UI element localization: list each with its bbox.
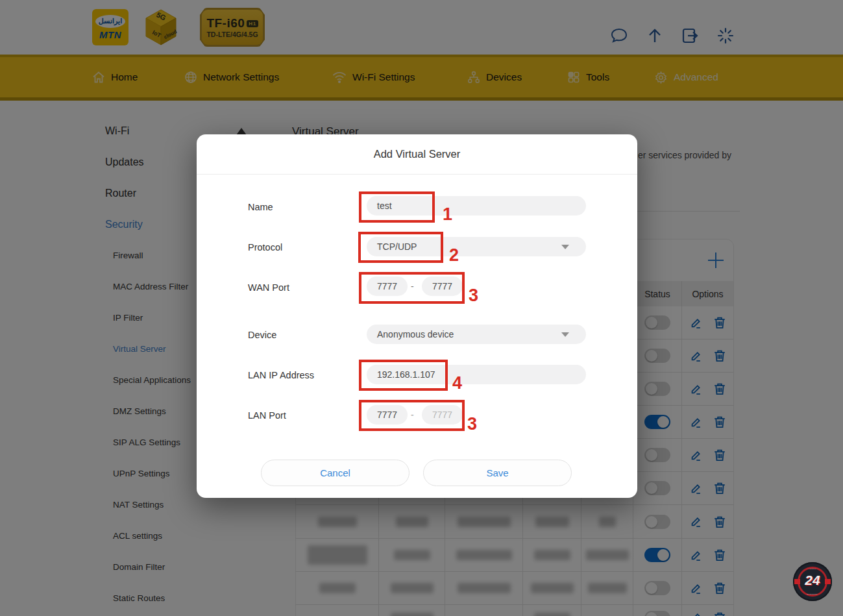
annotation-box-lan-ip — [359, 360, 448, 391]
annotation-number: 3 — [469, 286, 478, 306]
watermark-arc-text: ••••••• — [793, 593, 832, 596]
dialog-divider — [197, 174, 637, 175]
device-label: Device — [248, 330, 276, 340]
annotation-box-lan-port — [359, 400, 465, 431]
dialog-title: Add Virtual Server — [197, 134, 637, 174]
lan-port-label: LAN Port — [248, 410, 286, 421]
watermark-24-logo: ••••••• 24 ••••••• — [793, 562, 832, 601]
annotation-number: 3 — [467, 414, 477, 434]
annotation-number: 1 — [443, 204, 452, 225]
annotation-box-protocol — [358, 232, 443, 263]
cancel-button[interactable]: Cancel — [261, 460, 409, 486]
lan-ip-label: LAN IP Address — [248, 370, 314, 380]
annotation-number: 4 — [452, 373, 462, 393]
add-virtual-server-dialog: Add Virtual Server Name test Protocol TC… — [197, 134, 637, 498]
watermark-text: 24 — [793, 573, 832, 588]
chevron-down-icon — [561, 245, 569, 249]
save-button[interactable]: Save — [423, 460, 572, 486]
annotation-number: 2 — [449, 245, 459, 265]
protocol-label: Protocol — [248, 242, 282, 253]
annotation-box-wan-port — [359, 272, 465, 304]
name-label: Name — [248, 202, 273, 212]
device-value: Anonymous device — [377, 329, 454, 339]
chevron-down-icon — [561, 332, 569, 337]
annotation-box-name — [359, 191, 435, 223]
device-select[interactable]: Anonymous device — [367, 325, 586, 344]
wan-port-label: WAN Port — [248, 282, 289, 293]
